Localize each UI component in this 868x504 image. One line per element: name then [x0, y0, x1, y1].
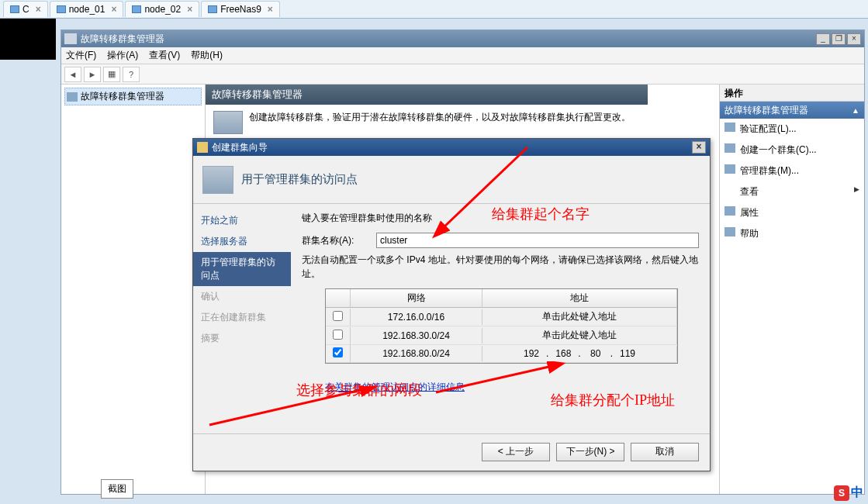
help-link[interactable]: 有关群集的管理访问点的详细信息 — [325, 381, 465, 394]
action-view[interactable]: 查看▶ — [720, 181, 864, 202]
servers-icon — [213, 111, 243, 134]
wizard-icon — [197, 142, 208, 153]
cluster-icon — [64, 33, 77, 44]
wizard-buttons: < 上一步 下一步(N) > 取消 — [193, 433, 710, 469]
col-network: 网络 — [351, 289, 482, 307]
actions-subheader[interactable]: 故障转移群集管理器▲ — [720, 102, 864, 119]
tab-node01[interactable]: node_01× — [50, 1, 124, 17]
table-row: 192.168.30.0/24 单击此处键入地址 — [326, 326, 677, 345]
action-properties[interactable]: 属性 — [720, 202, 864, 223]
wizard-titlebar: 创建群集向导 × — [193, 139, 710, 156]
step-creating: 正在创建新群集 — [193, 307, 291, 328]
monitor-icon — [57, 5, 66, 13]
net-cell: 172.16.0.0/16 — [351, 309, 482, 325]
cluster-icon — [67, 92, 78, 102]
next-button[interactable]: 下一步(N) > — [556, 443, 624, 461]
wizard-content: 键入要在管理群集时使用的名称 群集名称(A): 无法自动配置一个或多个 IPv4… — [291, 204, 710, 433]
close-icon[interactable]: × — [36, 4, 41, 15]
close-icon[interactable]: × — [187, 4, 192, 15]
tab-freenas[interactable]: FreeNas9× — [201, 1, 280, 17]
monitor-icon — [10, 5, 19, 13]
prev-button[interactable]: < 上一步 — [482, 443, 550, 461]
ime-zh-icon: 中 — [851, 485, 863, 501]
back-button[interactable]: ◄ — [64, 67, 81, 82]
window-title: 故障转移群集管理器 — [81, 33, 164, 46]
ime-s-icon: S — [834, 485, 849, 501]
properties-icon — [724, 206, 735, 216]
table-header: 网络 地址 — [326, 289, 677, 308]
wizard-close-button[interactable]: × — [692, 141, 706, 154]
actions-pane: 操作 故障转移群集管理器▲ 验证配置(L)... 创建一个群集(C)... 管理… — [720, 85, 864, 494]
manage-icon — [724, 164, 735, 174]
close-icon[interactable]: × — [111, 4, 116, 15]
wizard-header: 用于管理群集的访问点 — [193, 156, 710, 204]
menu-bar: 文件(F) 操作(A) 查看(V) 帮助(H) — [61, 47, 864, 64]
table-row: 192.168.80.0/24 192. 168. 80. 119 — [326, 345, 677, 363]
instruction-text: 键入要在管理群集时使用的名称 — [302, 212, 699, 225]
cluster-name-input[interactable] — [376, 233, 699, 248]
browser-tabs: C× node_01× node_02× FreeNas9× — [0, 0, 868, 19]
monitor-icon — [132, 5, 141, 13]
action-manage[interactable]: 管理群集(M)... — [720, 161, 864, 181]
tab-label: C — [22, 4, 29, 15]
close-button[interactable]: × — [847, 33, 861, 45]
menu-view[interactable]: 查看(V) — [149, 49, 180, 62]
tab-label: FreeNas9 — [220, 4, 261, 15]
step-select-servers[interactable]: 选择服务器 — [193, 231, 291, 252]
tree-pane: 故障转移群集管理器 — [61, 85, 206, 494]
toolbar: ◄ ► ▦ ? — [61, 64, 864, 85]
wizard-steps: 开始之前 选择服务器 用于管理群集的访问点 确认 正在创建新群集 摘要 — [193, 204, 291, 433]
step-before[interactable]: 开始之前 — [193, 210, 291, 231]
mmc-titlebar: 故障转移群集管理器 _ ❐ × — [61, 30, 864, 47]
chevron-right-icon: ▶ — [854, 185, 859, 193]
ip-address-field[interactable]: 192. 168. 80. 119 — [482, 346, 677, 361]
caption-box[interactable]: 截图 — [101, 479, 133, 499]
tab-c[interactable]: C× — [3, 1, 48, 17]
forward-button[interactable]: ► — [84, 67, 101, 82]
wizard-title: 创建群集向导 — [212, 141, 268, 154]
close-icon[interactable]: × — [268, 4, 273, 15]
black-strip — [0, 19, 56, 60]
action-help[interactable]: 帮助 — [720, 223, 864, 244]
col-address: 地址 — [482, 289, 677, 307]
action-validate[interactable]: 验证配置(L)... — [720, 119, 864, 140]
menu-file[interactable]: 文件(F) — [66, 49, 96, 62]
help-button[interactable]: ? — [123, 67, 140, 82]
wizard-icon — [724, 143, 735, 153]
tree-root[interactable]: 故障转移群集管理器 — [64, 88, 202, 105]
collapse-icon: ▲ — [852, 106, 859, 115]
net-checkbox-0[interactable] — [333, 311, 343, 321]
menu-action[interactable]: 操作(A) — [107, 49, 138, 62]
net-cell: 192.168.30.0/24 — [351, 328, 482, 343]
ip-note: 无法自动配置一个或多个 IPv4 地址。针对要使用的每个网络，请确保已选择该网络… — [302, 253, 699, 281]
action-create[interactable]: 创建一个群集(C)... — [720, 140, 864, 161]
net-cell: 192.168.80.0/24 — [351, 346, 482, 361]
tab-label: node_02 — [144, 4, 181, 15]
help-icon — [724, 227, 735, 236]
ime-indicator[interactable]: S 中 — [834, 485, 863, 501]
tree-root-label: 故障转移群集管理器 — [81, 90, 164, 103]
tab-node02[interactable]: node_02× — [125, 1, 199, 17]
toolbar-btn[interactable]: ▦ — [103, 67, 120, 82]
monitor-icon — [208, 5, 217, 13]
net-checkbox-2[interactable] — [333, 347, 343, 357]
addr-cell[interactable]: 单击此处键入地址 — [482, 308, 677, 326]
minimize-button[interactable]: _ — [816, 33, 830, 45]
restore-button[interactable]: ❐ — [832, 33, 846, 45]
step-access-point[interactable]: 用于管理群集的访问点 — [193, 252, 291, 286]
center-heading: 故障转移群集管理器 — [206, 85, 648, 105]
actions-header: 操作 — [720, 85, 864, 102]
menu-help[interactable]: 帮助(H) — [191, 49, 223, 62]
network-table: 网络 地址 172.16.0.0/16 单击此处键入地址 192.168.30.… — [325, 288, 678, 364]
table-row: 172.16.0.0/16 单击此处键入地址 — [326, 308, 677, 326]
step-summary: 摘要 — [193, 328, 291, 349]
cluster-name-label: 群集名称(A): — [302, 234, 368, 247]
cancel-button[interactable]: 取消 — [631, 443, 699, 461]
net-checkbox-1[interactable] — [333, 330, 343, 340]
center-description: 创建故障转移群集，验证用于潜在故障转移群集的硬件，以及对故障转移群集执行配置更改… — [249, 111, 631, 124]
step-confirm: 确认 — [193, 286, 291, 307]
servers-icon — [202, 166, 233, 194]
addr-cell[interactable]: 单击此处键入地址 — [482, 326, 677, 344]
wizard-step-title: 用于管理群集的访问点 — [241, 172, 358, 187]
create-cluster-wizard: 创建群集向导 × 用于管理群集的访问点 开始之前 选择服务器 用于管理群集的访问… — [192, 138, 711, 471]
